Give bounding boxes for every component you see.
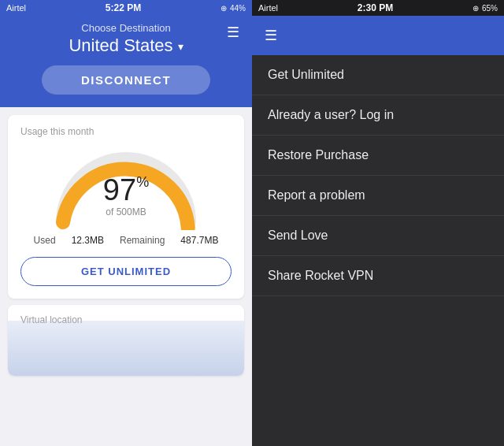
- menu-button-left[interactable]: ☰: [227, 24, 239, 41]
- remaining-value: 487.7MB: [180, 235, 218, 246]
- menu-list: Get Unlimited Already a user? Log in Res…: [252, 55, 504, 446]
- location-icon-right: ⊕: [472, 4, 479, 13]
- get-unlimited-button[interactable]: GET UNLIMITED: [20, 257, 232, 286]
- header-right: ☰: [252, 16, 504, 55]
- status-bar-right: Airtel 2:30 PM ⊕ 65%: [252, 0, 504, 16]
- menu-item-share-rocket-vpn[interactable]: Share Rocket VPN: [252, 256, 504, 296]
- icons-left: ⊕ 44%: [220, 4, 246, 13]
- gauge-center: 97% of 500MB: [103, 175, 149, 217]
- menu-item-send-love[interactable]: Send Love: [252, 216, 504, 256]
- virtual-location-card: Virtual location: [8, 305, 244, 376]
- right-panel: Airtel 2:30 PM ⊕ 65% ☰ Get Unlimited Alr…: [252, 0, 504, 446]
- menu-item-restore-purchase[interactable]: Restore Purchase: [252, 136, 504, 176]
- icons-right: ⊕ 65%: [472, 4, 498, 13]
- usage-card: Usage this month 97% of 500MB Used 12: [8, 115, 244, 299]
- location-icon-left: ⊕: [220, 4, 227, 13]
- usage-stats: Used 12.3MB Remaining 487.7MB: [20, 235, 232, 246]
- menu-item-already-user-login[interactable]: Already a user? Log in: [252, 95, 504, 136]
- usage-label: Usage this month: [20, 126, 232, 137]
- country-name: United States: [69, 35, 172, 56]
- menu-button-right[interactable]: ☰: [265, 27, 277, 44]
- status-bar-left: Airtel 5:22 PM ⊕ 44%: [0, 0, 252, 16]
- disconnect-button[interactable]: DISCONNECT: [42, 65, 210, 95]
- remaining-label: Remaining: [120, 235, 165, 246]
- country-row[interactable]: United States ▾: [69, 35, 183, 56]
- chevron-down-icon: ▾: [178, 40, 183, 53]
- battery-right: 65%: [482, 4, 498, 13]
- choose-destination-label: Choose Destination: [81, 22, 170, 34]
- content-area: Usage this month 97% of 500MB Used 12: [0, 107, 252, 446]
- left-panel: Airtel 5:22 PM ⊕ 44% ☰ Choose Destinatio…: [0, 0, 252, 446]
- gauge-of: of 500MB: [106, 206, 146, 217]
- menu-item-get-unlimited[interactable]: Get Unlimited: [252, 55, 504, 95]
- used-value: 12.3MB: [72, 235, 104, 246]
- carrier-right: Airtel: [258, 3, 278, 13]
- menu-item-report-problem[interactable]: Report a problem: [252, 176, 504, 216]
- time-right: 2:30 PM: [358, 2, 393, 13]
- battery-left: 44%: [230, 4, 246, 13]
- map-background: [8, 321, 244, 376]
- carrier-left: Airtel: [6, 3, 26, 13]
- time-left: 5:22 PM: [106, 2, 141, 13]
- used-label: Used: [34, 235, 56, 246]
- header-left: ☰ Choose Destination United States ▾ DIS…: [0, 16, 252, 107]
- gauge-percent: 97%: [103, 175, 149, 205]
- gauge-container: 97% of 500MB: [20, 143, 232, 230]
